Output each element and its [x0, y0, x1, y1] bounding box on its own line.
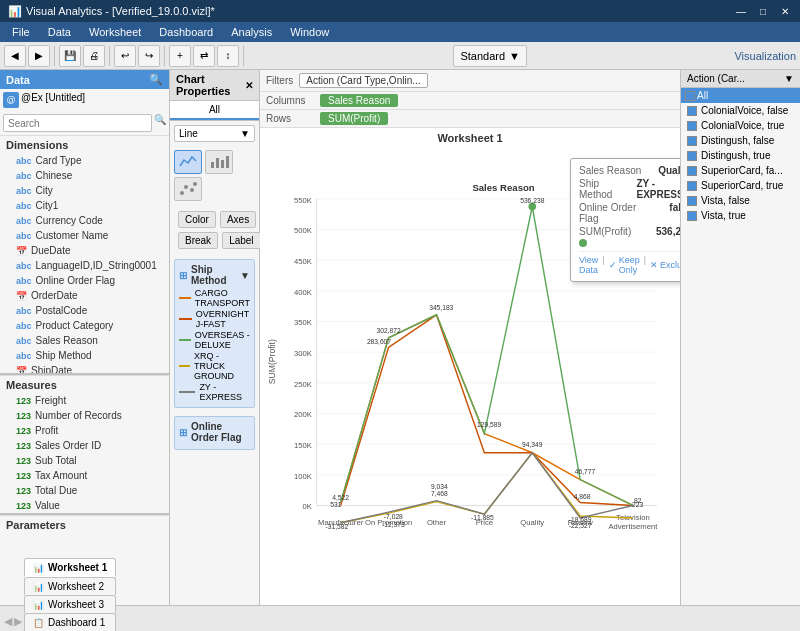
- dimension-item[interactable]: 📅OrderDate: [0, 288, 169, 303]
- dimension-item[interactable]: 📅ShipDate: [0, 363, 169, 373]
- measure-item[interactable]: 123Number of Records: [0, 408, 169, 423]
- rp-list-item[interactable]: Vista, true: [681, 208, 800, 223]
- item-checkbox[interactable]: [687, 106, 697, 116]
- rp-list-item[interactable]: SuperiorCard, true: [681, 178, 800, 193]
- data-search-icon[interactable]: 🔍: [149, 73, 163, 86]
- standard-dropdown[interactable]: Standard ▼: [453, 45, 527, 67]
- dimension-item[interactable]: abcLanguageID,ID_String0001: [0, 258, 169, 273]
- dimension-item[interactable]: 📅DueDate: [0, 243, 169, 258]
- menu-file[interactable]: File: [4, 24, 38, 40]
- measure-item[interactable]: 123Value: [0, 498, 169, 513]
- color-button[interactable]: Color: [178, 211, 216, 228]
- measure-item[interactable]: 123Sales Order ID: [0, 438, 169, 453]
- chart-type-dropdown[interactable]: Line ▼: [174, 125, 255, 142]
- rows-pill[interactable]: SUM(Profit): [320, 112, 388, 125]
- item-checkbox[interactable]: [687, 166, 697, 176]
- tooltip-sr-label: Sales Reason: [579, 165, 641, 176]
- sheet-tab-0[interactable]: 📊Worksheet 1: [24, 558, 116, 577]
- measure-item[interactable]: 123Sub Total: [0, 453, 169, 468]
- tab-all[interactable]: All: [170, 101, 259, 120]
- item-checkbox[interactable]: [687, 181, 697, 191]
- dimension-item[interactable]: abcChinese: [0, 168, 169, 183]
- svg-text:300K: 300K: [294, 349, 313, 358]
- dimension-item[interactable]: abcPostalCode: [0, 303, 169, 318]
- dimension-item[interactable]: abcOnline Order Flag: [0, 273, 169, 288]
- menu-worksheet[interactable]: Worksheet: [81, 24, 149, 40]
- dimension-item[interactable]: abcCard Type: [0, 153, 169, 168]
- measure-item[interactable]: 123Tax Amount: [0, 468, 169, 483]
- keep-only-action[interactable]: ✓ Keep Only: [609, 255, 640, 275]
- redo-button[interactable]: ↪: [138, 45, 160, 67]
- sheet-tab-1[interactable]: 📊Worksheet 2: [24, 577, 116, 595]
- dimension-item[interactable]: abcProduct Category: [0, 318, 169, 333]
- view-data-action[interactable]: View Data: [579, 255, 598, 275]
- maximize-button[interactable]: □: [756, 4, 770, 18]
- measures-section: Measures 123Freight123Number of Records1…: [0, 373, 169, 513]
- measure-item[interactable]: 123Total Due: [0, 483, 169, 498]
- ship-method-expand[interactable]: ▼: [240, 270, 250, 281]
- filter-action-pill[interactable]: Action (Card Type,Onlin...: [299, 73, 427, 88]
- dimension-item[interactable]: abcShip Method: [0, 348, 169, 363]
- columns-pill[interactable]: Sales Reason: [320, 94, 398, 107]
- menu-window[interactable]: Window: [282, 24, 337, 40]
- chart-props-close-icon[interactable]: ✕: [245, 80, 253, 91]
- sheet-tabs-container: 📊Worksheet 1📊Worksheet 2📊Worksheet 3📋Das…: [24, 558, 116, 631]
- item-checkbox[interactable]: [687, 196, 697, 206]
- item-checkbox[interactable]: [687, 121, 697, 131]
- sheet-tab-2[interactable]: 📊Worksheet 3: [24, 595, 116, 613]
- swap-button[interactable]: ⇄: [193, 45, 215, 67]
- visualization-label: Visualization: [734, 50, 796, 62]
- rp-all-filter[interactable]: All: [681, 88, 800, 103]
- svg-rect-2: [221, 160, 224, 168]
- dimension-item[interactable]: abcCustomer Name: [0, 228, 169, 243]
- measure-item[interactable]: 123Freight: [0, 393, 169, 408]
- bar-chart-icon[interactable]: [205, 150, 233, 174]
- item-checkbox[interactable]: [687, 151, 697, 161]
- svg-text:9,034: 9,034: [431, 483, 448, 490]
- tooltip-oo-value: false: [669, 202, 680, 224]
- label-button[interactable]: Label: [222, 232, 260, 249]
- item-checkbox[interactable]: [687, 211, 697, 221]
- close-button[interactable]: ✕: [778, 4, 792, 18]
- scatter-icon[interactable]: [174, 177, 202, 201]
- search-input[interactable]: [3, 114, 152, 132]
- svg-text:Other: Other: [427, 518, 447, 527]
- line-chart-icon[interactable]: [174, 150, 202, 174]
- menu-dashboard[interactable]: Dashboard: [151, 24, 221, 40]
- tab-nav-left[interactable]: ◀: [4, 615, 12, 628]
- new-worksheet-button[interactable]: +: [169, 45, 191, 67]
- rp-list-item[interactable]: ColonialVoice, false: [681, 103, 800, 118]
- rp-expand-icon[interactable]: ▼: [784, 73, 794, 84]
- svg-text:345,183: 345,183: [429, 304, 453, 311]
- dimension-item[interactable]: abcCurrency Code: [0, 213, 169, 228]
- axes-button[interactable]: Axes: [220, 211, 256, 228]
- minimize-button[interactable]: —: [734, 4, 748, 18]
- undo-button[interactable]: ↩: [114, 45, 136, 67]
- svg-text:500K: 500K: [294, 226, 313, 235]
- rp-list-item[interactable]: ColonialVoice, true: [681, 118, 800, 133]
- sheet-tab-3[interactable]: 📋Dashboard 1: [24, 613, 116, 631]
- tab-nav-right[interactable]: ▶: [14, 615, 22, 628]
- online-order-section: ⊞ Online Order Flag: [174, 416, 255, 450]
- svg-text:450K: 450K: [294, 257, 313, 266]
- all-checkbox[interactable]: [685, 91, 695, 101]
- rp-list-item[interactable]: SuperiorCard, fa...: [681, 163, 800, 178]
- dimension-item[interactable]: abcCity1: [0, 198, 169, 213]
- measure-item[interactable]: 123Profit: [0, 423, 169, 438]
- menu-analysis[interactable]: Analysis: [223, 24, 280, 40]
- back-button[interactable]: ◀: [4, 45, 26, 67]
- item-checkbox[interactable]: [687, 136, 697, 146]
- rp-list-item[interactable]: Distingush, true: [681, 148, 800, 163]
- exclude-action[interactable]: ✕ Exclude: [650, 255, 680, 275]
- dimension-item[interactable]: abcCity: [0, 183, 169, 198]
- sort-button[interactable]: ↕: [217, 45, 239, 67]
- rp-list-item[interactable]: Distingush, false: [681, 133, 800, 148]
- title-bar: 📊 Visual Analytics - [Verified_19.0.0.vi…: [0, 0, 800, 22]
- rp-list-item[interactable]: Vista, false: [681, 193, 800, 208]
- save-button[interactable]: 💾: [59, 45, 81, 67]
- menu-data[interactable]: Data: [40, 24, 79, 40]
- break-button[interactable]: Break: [178, 232, 218, 249]
- dimension-item[interactable]: abcSales Reason: [0, 333, 169, 348]
- print-button[interactable]: 🖨: [83, 45, 105, 67]
- forward-button[interactable]: ▶: [28, 45, 50, 67]
